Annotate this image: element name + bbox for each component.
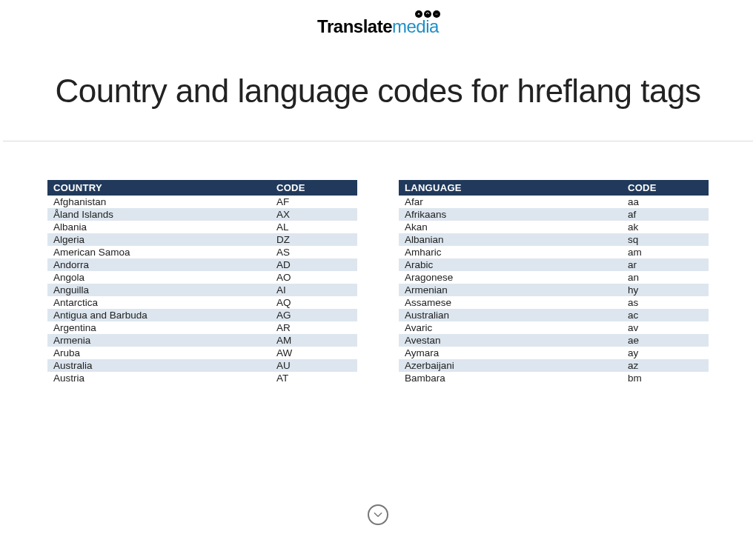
table-row: AustriaAT (47, 372, 357, 384)
code-cell: ay (622, 347, 709, 359)
code-cell: sq (622, 233, 709, 246)
table-row: AngolaAO (47, 271, 357, 284)
language-header: LANGUAGE (399, 180, 622, 196)
language-table: LANGUAGE CODE AfaraaAfrikaansafAkanakAlb… (399, 180, 709, 384)
table-row: Akanak (399, 221, 709, 233)
logo-part2: media (392, 16, 439, 36)
code-cell: AQ (271, 296, 357, 309)
table-row: Albaniansq (399, 233, 709, 246)
code-header: CODE (271, 180, 357, 196)
table-row: Åland IslandsAX (47, 208, 357, 221)
code-cell: AU (271, 359, 357, 372)
code-cell: as (622, 296, 709, 309)
table-row: AlbaniaAL (47, 221, 357, 233)
code-cell: AI (271, 284, 357, 296)
name-cell: Australia (47, 359, 271, 372)
name-cell: Amharic (399, 246, 622, 258)
code-cell: av (622, 321, 709, 334)
table-row: Aragonesean (399, 271, 709, 284)
code-cell: az (622, 359, 709, 372)
code-cell: AR (271, 321, 357, 334)
svg-point-0 (435, 13, 436, 14)
table-row: Bambarabm (399, 372, 709, 384)
table-row: Avaricav (399, 321, 709, 334)
svg-point-1 (437, 13, 437, 14)
table-row: Avestanae (399, 334, 709, 347)
name-cell: Armenia (47, 334, 271, 347)
table-row: AustraliaAU (47, 359, 357, 372)
code-cell: af (622, 208, 709, 221)
name-cell: Angola (47, 271, 271, 284)
name-cell: Aruba (47, 347, 271, 359)
name-cell: Avaric (399, 321, 622, 334)
table-header-row: LANGUAGE CODE (399, 180, 709, 196)
name-cell: Avestan (399, 334, 622, 347)
name-cell: Aragonese (399, 271, 622, 284)
code-cell: ar (622, 258, 709, 271)
code-cell: aa (622, 196, 709, 208)
name-cell: Afrikaans (399, 208, 622, 221)
name-cell: Antigua and Barbuda (47, 309, 271, 321)
table-row: Afrikaansaf (399, 208, 709, 221)
name-cell: Austria (47, 372, 271, 384)
name-cell: Akan (399, 221, 622, 233)
table-row: AfghanistanAF (47, 196, 357, 208)
code-cell: AL (271, 221, 357, 233)
name-cell: Albania (47, 221, 271, 233)
name-cell: Anguilla (47, 284, 271, 296)
code-cell: AF (271, 196, 357, 208)
code-cell: AW (271, 347, 357, 359)
code-header: CODE (622, 180, 709, 196)
table-row: Australianac (399, 309, 709, 321)
table-row: Afaraa (399, 196, 709, 208)
table-row: ArgentinaAR (47, 321, 357, 334)
country-header: COUNTRY (47, 180, 271, 196)
name-cell: Algeria (47, 233, 271, 246)
code-cell: bm (622, 372, 709, 384)
tables-container: COUNTRY CODE AfghanistanAFÅland IslandsA… (0, 141, 756, 384)
name-cell: Andorra (47, 258, 271, 271)
name-cell: Assamese (399, 296, 622, 309)
scroll-down-button[interactable] (368, 504, 388, 525)
code-cell: am (622, 246, 709, 258)
table-row: Azerbaijaniaz (399, 359, 709, 372)
name-cell: Albanian (399, 233, 622, 246)
table-row: Aymaraay (399, 347, 709, 359)
code-cell: AS (271, 246, 357, 258)
code-cell: AO (271, 271, 357, 284)
code-cell: AG (271, 309, 357, 321)
table-row: AndorraAD (47, 258, 357, 271)
name-cell: American Samoa (47, 246, 271, 258)
name-cell: Azerbaijani (399, 359, 622, 372)
code-cell: AT (271, 372, 357, 384)
table-row: Assameseas (399, 296, 709, 309)
table-row: American SamoaAS (47, 246, 357, 258)
code-cell: ac (622, 309, 709, 321)
name-cell: Antarctica (47, 296, 271, 309)
chevron-down-icon (373, 510, 383, 520)
name-cell: Arabic (399, 258, 622, 271)
brand-logo: Translatemedia (0, 0, 756, 37)
code-cell: AD (271, 258, 357, 271)
name-cell: Aymara (399, 347, 622, 359)
code-cell: AX (271, 208, 357, 221)
table-row: AntarcticaAQ (47, 296, 357, 309)
name-cell: Australian (399, 309, 622, 321)
table-row: AnguillaAI (47, 284, 357, 296)
name-cell: Armenian (399, 284, 622, 296)
logo-part1: Translate (317, 16, 392, 36)
name-cell: Afar (399, 196, 622, 208)
table-row: Armenianhy (399, 284, 709, 296)
page-title: Country and language codes for hreflang … (0, 73, 756, 110)
table-row: ArubaAW (47, 347, 357, 359)
name-cell: Bambara (399, 372, 622, 384)
code-cell: ae (622, 334, 709, 347)
code-cell: AM (271, 334, 357, 347)
name-cell: Åland Islands (47, 208, 271, 221)
table-row: Antigua and BarbudaAG (47, 309, 357, 321)
code-cell: an (622, 271, 709, 284)
name-cell: Afghanistan (47, 196, 271, 208)
table-row: Arabicar (399, 258, 709, 271)
code-cell: hy (622, 284, 709, 296)
table-row: ArmeniaAM (47, 334, 357, 347)
